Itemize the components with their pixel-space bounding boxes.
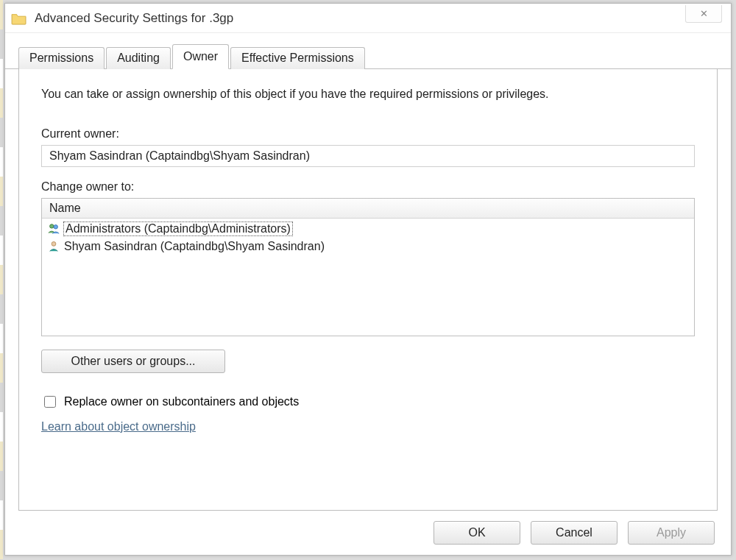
replace-owner-label: Replace owner on subcontainers and objec… xyxy=(64,395,299,408)
list-item[interactable]: Administrators (Captaindbg\Administrator… xyxy=(46,220,690,238)
tab-owner[interactable]: Owner xyxy=(172,44,229,69)
window-left-edge xyxy=(0,0,3,560)
titlebar: Advanced Security Settings for .3gp ✕ xyxy=(5,4,731,33)
current-owner-label: Current owner: xyxy=(41,127,695,141)
window-title: Advanced Security Settings for .3gp xyxy=(35,11,233,26)
list-rows: Administrators (Captaindbg\Administrator… xyxy=(42,219,694,336)
ok-button[interactable]: OK xyxy=(434,521,520,545)
group-icon xyxy=(46,221,61,236)
tab-permissions[interactable]: Permissions xyxy=(18,47,105,69)
tab-content-owner: You can take or assign ownership of this… xyxy=(18,68,718,511)
cancel-button[interactable]: Cancel xyxy=(531,521,618,545)
tab-effective-permissions[interactable]: Effective Permissions xyxy=(230,47,365,69)
user-icon xyxy=(46,239,61,254)
change-owner-list[interactable]: Name Administrators (Captaindbg\Administ… xyxy=(41,198,695,336)
svg-point-1 xyxy=(54,225,57,229)
tabstrip: Permissions Auditing Owner Effective Per… xyxy=(5,33,731,69)
svg-point-2 xyxy=(52,242,56,247)
other-users-button[interactable]: Other users or groups... xyxy=(41,350,225,373)
learn-link[interactable]: Learn about object ownership xyxy=(41,420,196,433)
current-owner-value: Shyam Sasindran (Captaindbg\Shyam Sasind… xyxy=(49,149,310,163)
list-item-label: Shyam Sasindran (Captaindbg\Shyam Sasind… xyxy=(64,240,325,253)
list-item-label: Administrators (Captaindbg\Administrator… xyxy=(64,222,292,235)
current-owner-field: Shyam Sasindran (Captaindbg\Shyam Sasind… xyxy=(41,145,695,167)
apply-button[interactable]: Apply xyxy=(628,521,715,545)
replace-owner-checkbox[interactable] xyxy=(44,396,56,408)
replace-owner-row[interactable]: Replace owner on subcontainers and objec… xyxy=(41,394,695,410)
close-icon: ✕ xyxy=(700,8,708,19)
change-owner-label: Change owner to: xyxy=(41,180,695,194)
list-header-name[interactable]: Name xyxy=(42,199,694,219)
close-button[interactable]: ✕ xyxy=(685,5,722,23)
dialog-window: Advanced Security Settings for .3gp ✕ Pe… xyxy=(4,3,732,556)
dialog-footer: OK Cancel Apply xyxy=(5,511,731,555)
folder-icon xyxy=(11,12,27,25)
tab-auditing[interactable]: Auditing xyxy=(106,47,171,69)
list-item[interactable]: Shyam Sasindran (Captaindbg\Shyam Sasind… xyxy=(46,238,690,255)
svg-point-0 xyxy=(50,224,54,228)
owner-description: You can take or assign ownership of this… xyxy=(41,88,695,101)
